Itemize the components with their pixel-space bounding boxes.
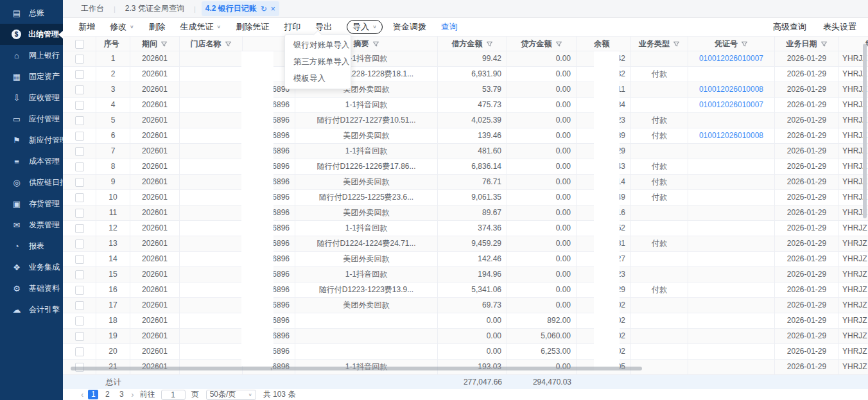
col-header-period[interactable]: 期间	[130, 37, 180, 51]
sidebar-item-fixed-assets[interactable]: ▦固定资产	[0, 66, 63, 87]
close-icon[interactable]: ×	[271, 4, 275, 13]
sidebar-item-basic-data[interactable]: ⚙基础资料	[0, 278, 63, 299]
sidebar-item-accounting-engine[interactable]: ☁会计引擎	[0, 299, 63, 320]
filter-icon[interactable]	[820, 40, 828, 48]
cell-sel[interactable]	[63, 298, 96, 313]
col-header-credit[interactable]: 贷方金额	[507, 37, 577, 51]
row-checkbox[interactable]	[75, 239, 84, 248]
vertical-scrollbar[interactable]	[863, 44, 867, 218]
tab-4.2-银行日记账[interactable]: 4.2 银行日记账↻×	[202, 1, 279, 16]
row-checkbox[interactable]	[75, 193, 84, 202]
filter-icon[interactable]	[372, 40, 379, 48]
sidebar-item-invoice[interactable]: ✉发票管理	[0, 214, 63, 236]
sidebar-item-cashier-management[interactable]: $出纳管理	[0, 24, 63, 45]
cell-sel[interactable]	[63, 82, 96, 97]
filter-icon[interactable]	[486, 40, 493, 48]
col-header-store[interactable]: 门店名称	[180, 37, 243, 51]
filter-icon[interactable]	[673, 40, 680, 48]
next-page-button[interactable]: ›	[131, 390, 134, 399]
filter-icon[interactable]	[741, 40, 748, 48]
menu-item-模板导入[interactable]: 模板导入	[285, 70, 351, 87]
cell-sel[interactable]	[63, 51, 96, 66]
sidebar-item-general-ledger[interactable]: ▤总账	[0, 3, 63, 24]
page-button-1[interactable]: 1	[88, 390, 98, 399]
cell-sel[interactable]	[63, 313, 96, 328]
cell-sel[interactable]	[63, 144, 96, 159]
sidebar-item-receivables[interactable]: ⇩应收管理	[0, 87, 63, 109]
row-checkbox[interactable]	[75, 286, 84, 295]
cell-sel[interactable]	[63, 252, 96, 266]
row-checkbox[interactable]	[75, 116, 84, 125]
row-checkbox[interactable]	[75, 101, 84, 110]
import-button[interactable]: 导入∨	[347, 20, 383, 34]
page-button-3[interactable]: 3	[116, 390, 126, 399]
fund-transfer-button[interactable]: 资金调拨	[393, 21, 426, 33]
cell-sel[interactable]	[63, 190, 96, 205]
cell-sel[interactable]	[63, 175, 96, 189]
sidebar-item-online-banking[interactable]: ⌂网上银行	[0, 45, 63, 66]
voucher-link[interactable]: 010012026010008	[699, 131, 763, 140]
row-checkbox[interactable]	[75, 178, 84, 187]
goto-page-input[interactable]	[161, 390, 186, 400]
select-all-checkbox[interactable]	[75, 40, 84, 49]
cell-sel[interactable]	[63, 221, 96, 236]
row-checkbox[interactable]	[75, 301, 84, 310]
row-checkbox[interactable]	[75, 224, 84, 233]
cell-sel[interactable]	[63, 329, 96, 343]
cell-sel[interactable]	[63, 283, 96, 297]
row-checkbox[interactable]	[75, 147, 84, 156]
page-button-2[interactable]: 2	[102, 390, 112, 399]
row-checkbox[interactable]	[75, 55, 84, 64]
filter-icon[interactable]	[555, 40, 562, 48]
sidebar-item-new-payables[interactable]: ⚑新应付管理	[0, 130, 63, 151]
row-checkbox[interactable]	[75, 317, 84, 326]
cell-sel[interactable]	[63, 267, 96, 282]
row-checkbox[interactable]	[75, 332, 84, 341]
row-checkbox[interactable]	[75, 255, 84, 264]
cell-sel[interactable]	[63, 113, 96, 128]
sidebar-item-inventory[interactable]: ▣存货管理	[0, 193, 63, 214]
cell-sel[interactable]	[63, 67, 96, 82]
refresh-icon[interactable]: ↻	[261, 4, 267, 13]
sidebar-item-cost-management[interactable]: ≡成本管理	[0, 151, 63, 172]
cell-sel[interactable]	[63, 128, 96, 143]
cell-sel[interactable]	[63, 98, 96, 112]
voucher-link[interactable]: 010012026010008	[699, 85, 763, 94]
filter-icon[interactable]	[225, 40, 232, 48]
col-header-voucher[interactable]: 凭证号	[688, 37, 775, 51]
advanced-query-button[interactable]: 高级查询	[773, 21, 806, 33]
voucher-link[interactable]: 010012026010007	[699, 54, 763, 63]
cell-sel[interactable]	[63, 205, 96, 220]
col-header-sel[interactable]	[63, 37, 96, 51]
tab-2.3-凭证全局查询[interactable]: 2.3 凭证全局查询	[121, 1, 188, 16]
cell-sel[interactable]	[63, 159, 96, 174]
add-button[interactable]: 新增	[78, 21, 95, 33]
modify-button[interactable]: 修改∨	[110, 21, 134, 33]
row-checkbox[interactable]	[75, 270, 84, 279]
cell-sel[interactable]	[63, 344, 96, 359]
col-header-debit[interactable]: 借方金额	[438, 37, 507, 51]
row-checkbox[interactable]	[75, 347, 84, 356]
print-button[interactable]: 打印	[284, 21, 300, 33]
query-button[interactable]: 查询	[441, 21, 458, 33]
col-header-date[interactable]: 业务日期	[775, 37, 839, 51]
row-checkbox[interactable]	[75, 70, 84, 79]
generate-voucher-button[interactable]: 生成凭证∨	[180, 21, 221, 33]
voucher-link[interactable]: 010012026010007	[699, 100, 763, 109]
sidebar-item-payables[interactable]: ▭应付管理	[0, 109, 63, 130]
row-checkbox[interactable]	[75, 132, 84, 141]
col-header-biz[interactable]: 业务类型	[631, 37, 688, 51]
row-checkbox[interactable]	[75, 85, 84, 94]
sidebar-item-business-integration[interactable]: ❖业务集成	[0, 257, 63, 278]
row-checkbox[interactable]	[75, 209, 84, 218]
row-checkbox[interactable]	[75, 162, 84, 171]
filter-icon[interactable]	[161, 40, 168, 48]
sidebar-item-reports[interactable]: ◔报表	[0, 236, 63, 257]
sidebar-item-supply-chain-daily[interactable]: ◎供应链日报表	[0, 172, 63, 193]
page-size-select[interactable]: 50条/页 ∨	[206, 390, 256, 400]
cell-sel[interactable]	[63, 236, 96, 251]
delete-voucher-button[interactable]: 删除凭证	[236, 21, 269, 33]
horizontal-scrollbar[interactable]	[71, 367, 642, 370]
tab-工作台[interactable]: 工作台	[77, 1, 108, 16]
menu-item-第三方账单导入[interactable]: 第三方账单导入	[285, 53, 351, 70]
